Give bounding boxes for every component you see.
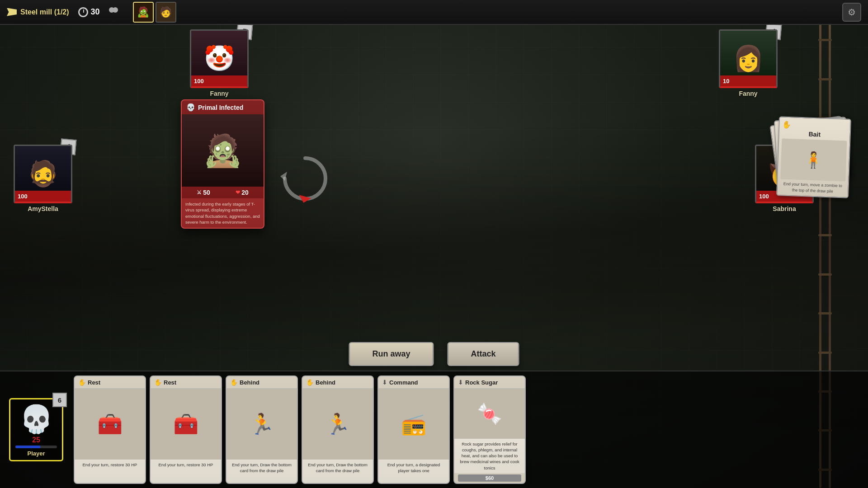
infected-card: 💀 Primal Infected 🧟 ⚔ 50 ❤ 20 Infected d… [181,99,264,229]
hand-card-5[interactable]: ⬇ Rock Sugar 🍬 Rock sugar provides relie… [453,375,526,484]
timer-section: 30 [78,7,100,17]
bait-card-title: Bait [782,130,847,139]
infected-title: Primal Infected [198,104,243,111]
attack-stat: ⚔ 50 [197,189,210,196]
zombie-figure: 🧟 [203,132,242,169]
hand-card-icon-4: ⬇ [382,379,387,386]
avatar-tab-2[interactable]: 🧑 [156,2,176,23]
hand-card-title-2: Behind [240,379,259,386]
hand-card-header-2: ✋ Behind [226,376,297,389]
hand-card-4[interactable]: ⬇ Command 📻 End your turn, a designated … [377,375,450,484]
hand-card-title-0: Rest [88,379,100,386]
skull-icon: 💀 [186,103,195,112]
skull-hp: 25 [32,436,40,444]
infected-description: Infected during the early stages of T-vi… [182,198,264,228]
avatar-tab-1[interactable]: 🧟 [133,2,154,23]
hand-card-header-4: ⬇ Command [378,376,449,389]
skull-frame: 💀 25 Player [9,398,63,461]
hand-card-icon-2: ✋ [230,379,238,386]
ladder-rung [818,234,832,236]
bait-card-description: End your turn, move a zombie to the top … [780,181,845,194]
sword-icon: ⚔ [197,189,202,196]
ladder-rung [818,312,832,314]
character-amystella: 4 🧔 100 AmyStella [14,145,72,212]
player-card-num: 6 [52,393,67,407]
heart-icon: ❤ [236,189,240,196]
ladder-rung [818,352,832,354]
hand-cards-area: 6 💀 25 Player ✋ Rest 🧰 End your turn, re… [0,371,868,488]
amystella-name: AmyStella [14,205,72,212]
hand-card-image-0: 🧰 [75,389,145,460]
hand-card-2[interactable]: ✋ Behind 🏃 End your turn, Draw the botto… [226,375,298,484]
run-away-button[interactable]: Run away [349,342,434,366]
character-fanny-right: 4 👩 10 Fanny [719,29,778,97]
infected-header: 💀 Primal Infected [182,100,264,114]
hand-card-1[interactable]: ✋ Rest 🧰 End your turn, restore 30 HP [150,375,222,484]
amystella-hp-bar: 100 [15,191,71,202]
bait-card-front[interactable]: ✋ Bait 🧍 End your turn, move a zombie to… [776,116,851,198]
hand-card-header-3: ✋ Behind [302,376,373,389]
hand-card-title-5: Rock Sugar [465,379,498,386]
hand-card-3[interactable]: ✋ Behind 🏃 End your turn, Draw the botto… [302,375,374,484]
avatar-tabs: 🧟 🧑 [133,2,176,23]
hand-card-desc-4: End your turn, a designated player takes… [378,460,449,483]
bait-card-image: 🧍 [780,139,847,182]
fanny-right-hp-bar: 10 [720,75,776,86]
clock-icon [78,7,88,17]
character-fanny-left: 7 🤡 100 Fanny [190,29,249,97]
amystella-frame: 🧔 100 [14,145,72,203]
timer-value: 30 [91,7,100,17]
hand-card-desc-1: End your turn, restore 30 HP [151,460,221,483]
hand-card-icon-1: ✋ [154,379,162,386]
fanny-right-frame: 👩 10 [719,29,778,88]
hand-card-image-1: 🧰 [151,389,221,460]
hand-card-desc-3: End your turn, Draw the bottom card from… [302,460,373,483]
sabrina-name: Sabrina [755,205,814,212]
hand-card-desc-2: End your turn, Draw the bottom card from… [226,460,297,483]
hand-card-header-5: ⬇ Rock Sugar [454,376,525,389]
hand-card-0[interactable]: ✋ Rest 🧰 End your turn, restore 30 HP [74,375,146,484]
bait-hand-icon: ✋ [782,120,848,131]
health-stat: ❤ 20 [236,189,249,196]
rotate-arrows [276,149,335,208]
avatar-face-1: 🧟 [134,3,153,22]
hand-card-icon-3: ✋ [306,379,314,386]
fanny-left-hp-bar: 100 [191,75,247,86]
gear-button[interactable]: ⚙ [842,3,861,22]
player-name: Player [27,450,45,457]
hand-card-desc-5: Rock sugar provides relief for coughs, p… [454,439,525,473]
skull-hp-fill [15,446,40,448]
ladder-rung [818,273,832,276]
fanny-left-name: Fanny [190,90,249,97]
hand-card-header-0: ✋ Rest [75,376,145,389]
mission-flag: Steel mill (1/2) [7,8,69,16]
skull-emoji: 💀 [19,403,53,435]
infected-stats: ⚔ 50 ❤ 20 [182,187,264,198]
hand-card-title-3: Behind [316,379,335,386]
skull-hp-bar [15,446,57,448]
hand-card-price-5: $60 [458,474,521,482]
top-bar: Steel mill (1/2) 30 🧟 🧑 ⚙ [0,0,868,25]
fanny-left-frame: 🤡 100 [190,29,249,88]
attack-button[interactable]: Attack [448,342,519,366]
mission-title: Steel mill (1/2) [20,8,69,16]
hand-card-image-4: 📻 [378,389,449,460]
flag-icon [7,8,17,16]
fanny-right-name: Fanny [719,90,778,97]
action-buttons: Run away Attack [349,342,519,366]
hand-card-icon-0: ✋ [78,379,86,386]
players-icon [109,7,122,17]
infected-card-inner: 💀 Primal Infected 🧟 ⚔ 50 ❤ 20 Infected d… [181,99,264,229]
avatar-face-2: 🧑 [156,3,175,22]
infected-image: 🧟 [182,114,264,187]
player-skull: 6 💀 25 Player [9,398,63,461]
hand-card-image-5: 🍬 [454,389,525,439]
hand-card-header-1: ✋ Rest [151,376,221,389]
ladder-rung [818,39,832,41]
hand-card-image-2: 🏃 [226,389,297,460]
hand-card-image-3: 🏃 [302,389,373,460]
hand-card-desc-0: End your turn, restore 30 HP [75,460,145,483]
hand-card-title-1: Rest [164,379,176,386]
hand-card-title-4: Command [389,379,418,386]
hand-card-icon-5: ⬇ [458,379,463,386]
